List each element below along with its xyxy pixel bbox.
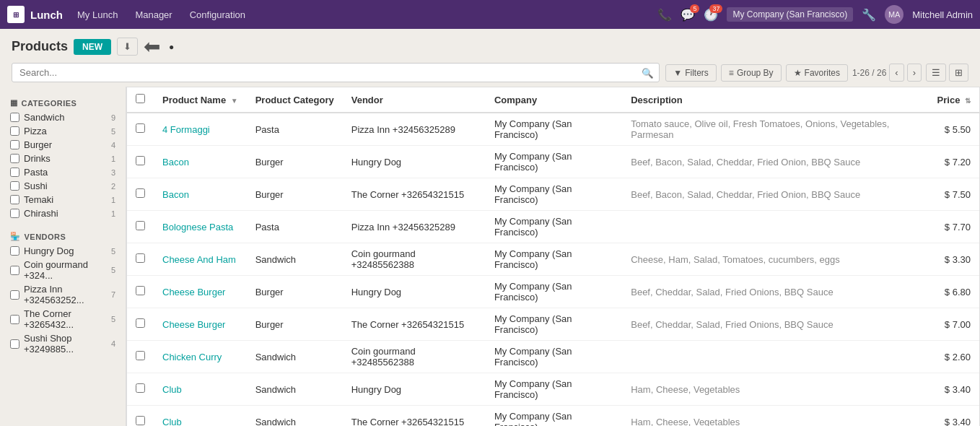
col-price[interactable]: Price ⇅: [929, 87, 979, 113]
cell-product-name: Club: [154, 406, 247, 427]
group-by-button[interactable]: ≡ Group By: [721, 64, 782, 82]
table-row[interactable]: Cheese And Ham Sandwich Coin gourmand +3…: [127, 243, 979, 276]
table-row[interactable]: Club Sandwich Hungry Dog My Company (San…: [127, 373, 979, 406]
table-row[interactable]: Bacon Burger The Corner +32654321515 My …: [127, 178, 979, 211]
search-input[interactable]: [12, 63, 660, 82]
vendor-checkbox[interactable]: [10, 290, 19, 300]
cell-description: Cheese, Ham, Salad, Tomatoes, cucumbers,…: [622, 243, 928, 276]
sidebar-item-category[interactable]: Chirashi 1: [7, 207, 118, 220]
row-select-cell[interactable]: [127, 406, 154, 427]
vendor-count: 7: [111, 290, 115, 299]
category-checkbox[interactable]: [10, 154, 19, 163]
row-checkbox[interactable]: [136, 253, 145, 263]
company-selector[interactable]: My Company (San Francisco): [727, 7, 853, 22]
category-checkbox[interactable]: [10, 126, 19, 136]
prev-page-button[interactable]: ‹: [889, 64, 904, 82]
products-table-container: Product Name ▼ Product Category Vendor C…: [126, 87, 980, 426]
table-row[interactable]: Cheese Burger Burger The Corner +3265432…: [127, 308, 979, 341]
search-icon-button[interactable]: 🔍: [642, 67, 654, 78]
phone-icon[interactable]: 📞: [657, 8, 672, 22]
next-page-button[interactable]: ›: [907, 64, 922, 82]
vendor-checkbox[interactable]: [10, 266, 19, 275]
col-description[interactable]: Description: [622, 87, 928, 113]
row-select-cell[interactable]: [127, 178, 154, 211]
cell-company: My Company (San Francisco): [486, 276, 622, 308]
vendor-checkbox[interactable]: [10, 246, 19, 256]
cell-product-category: Sandwich: [247, 341, 343, 373]
nav-my-lunch[interactable]: My Lunch: [71, 6, 123, 23]
sidebar-item-category[interactable]: Burger 4: [7, 138, 118, 152]
settings-icon[interactable]: 🔧: [862, 8, 876, 22]
sidebar-item-vendor[interactable]: Pizza Inn +324563252... 7: [7, 282, 118, 307]
row-checkbox[interactable]: [136, 156, 145, 165]
row-select-cell[interactable]: [127, 211, 154, 243]
list-view-button[interactable]: ☰: [926, 64, 946, 82]
table-row[interactable]: Chicken Curry Sandwich Coin gourmand +32…: [127, 341, 979, 373]
category-checkbox[interactable]: [10, 113, 19, 122]
vendor-count: 5: [111, 315, 115, 323]
table-row[interactable]: Bolognese Pasta Pasta Pizza Inn +3245632…: [127, 211, 979, 243]
nav-manager[interactable]: Manager: [129, 6, 178, 23]
row-checkbox[interactable]: [136, 383, 145, 393]
nav-configuration[interactable]: Configuration: [184, 6, 251, 23]
app-grid-icon[interactable]: ⊞: [7, 6, 25, 23]
cell-vendor: The Corner +32654321515: [343, 308, 486, 341]
sidebar-item-vendor[interactable]: Hungry Dog 5: [7, 244, 118, 258]
favorites-button[interactable]: ★ Favorites: [786, 64, 848, 82]
col-company[interactable]: Company: [486, 87, 622, 113]
col-vendor[interactable]: Vendor: [343, 87, 486, 113]
table-row[interactable]: Bacon Burger Hungry Dog My Company (San …: [127, 146, 979, 178]
sidebar-item-vendor[interactable]: Coin gourmand +324... 5: [7, 258, 118, 282]
category-checkbox[interactable]: [10, 168, 19, 177]
row-checkbox[interactable]: [136, 318, 145, 328]
kanban-view-button[interactable]: ⊞: [949, 64, 968, 82]
table-row[interactable]: Club Sandwich The Corner +32654321515 My…: [127, 406, 979, 427]
new-button[interactable]: NEW: [74, 39, 111, 55]
sidebar-item-category[interactable]: Pizza 5: [7, 124, 118, 138]
clock-icon[interactable]: 🕐 37: [704, 8, 718, 22]
sidebar-item-category[interactable]: Temaki 1: [7, 193, 118, 207]
cell-company: My Company (San Francisco): [486, 341, 622, 373]
products-table: Product Name ▼ Product Category Vendor C…: [127, 87, 979, 426]
row-select-cell[interactable]: [127, 276, 154, 308]
row-select-cell[interactable]: [127, 308, 154, 341]
row-select-cell[interactable]: [127, 373, 154, 406]
back-arrow-icon[interactable]: ⬅: [144, 35, 160, 58]
row-checkbox[interactable]: [136, 188, 145, 198]
sidebar-item-category[interactable]: Pasta 3: [7, 165, 118, 179]
cell-description: [622, 211, 928, 243]
table-row[interactable]: Cheese Burger Burger Hungry Dog My Compa…: [127, 276, 979, 308]
cell-price: $ 3.40: [929, 373, 979, 406]
row-checkbox[interactable]: [136, 286, 145, 295]
row-checkbox[interactable]: [136, 221, 145, 230]
row-select-cell[interactable]: [127, 243, 154, 276]
category-checkbox[interactable]: [10, 140, 19, 149]
row-select-cell[interactable]: [127, 146, 154, 178]
row-checkbox[interactable]: [136, 351, 145, 360]
vendor-checkbox[interactable]: [10, 315, 19, 324]
row-select-cell[interactable]: [127, 113, 154, 146]
sidebar-item-vendor[interactable]: The Corner +3265432... 5: [7, 307, 118, 331]
col-product-name[interactable]: Product Name ▼: [154, 87, 247, 113]
category-checkbox[interactable]: [10, 209, 19, 218]
messages-icon[interactable]: 💬 5: [681, 8, 695, 22]
sidebar-item-vendor[interactable]: Sushi Shop +3249885... 4: [7, 331, 118, 356]
row-select-cell[interactable]: [127, 341, 154, 373]
cell-description: Beef, Cheddar, Salad, Fried Onions, BBQ …: [622, 308, 928, 341]
sidebar-item-category[interactable]: Sushi 2: [7, 179, 118, 193]
filters-button[interactable]: ▼ Filters: [665, 64, 717, 82]
cell-product-category: Burger: [247, 146, 343, 178]
row-checkbox[interactable]: [136, 416, 145, 425]
category-label: Temaki: [24, 194, 111, 205]
select-all-header[interactable]: [127, 87, 154, 113]
sidebar-item-category[interactable]: Sandwich 9: [7, 110, 118, 124]
vendor-checkbox[interactable]: [10, 339, 19, 349]
table-row[interactable]: 4 Formaggi Pasta Pizza Inn +32456325289 …: [127, 113, 979, 146]
row-checkbox[interactable]: [136, 123, 145, 133]
download-button[interactable]: ⬇: [117, 38, 138, 56]
col-product-category[interactable]: Product Category: [247, 87, 343, 113]
sidebar-item-category[interactable]: Drinks 1: [7, 152, 118, 165]
category-checkbox[interactable]: [10, 195, 19, 204]
select-all-checkbox[interactable]: [136, 94, 145, 103]
category-checkbox[interactable]: [10, 181, 19, 191]
